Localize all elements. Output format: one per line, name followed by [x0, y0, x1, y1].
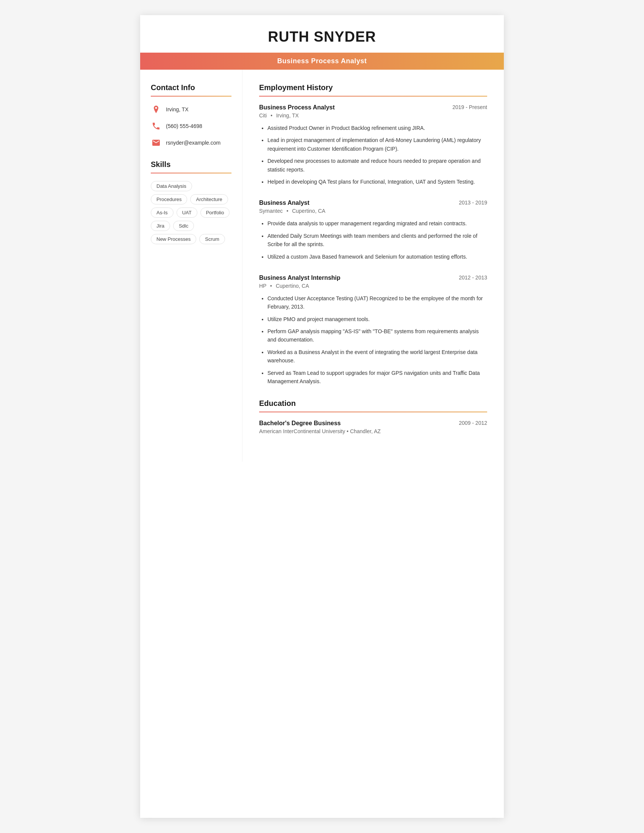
- bullet-item: Served as Team Lead to support upgrades …: [267, 369, 487, 386]
- edu-entry: Bachelor's Degree Business2009 - 2012Ame…: [259, 420, 487, 434]
- separator: •: [270, 113, 272, 119]
- bullet-item: Developed new processes to automate and …: [267, 157, 487, 174]
- jobs-container: Business Process Analyst2019 - PresentCi…: [259, 104, 487, 386]
- job-title: Business Analyst: [259, 199, 309, 206]
- skills-section-title: Skills: [151, 160, 232, 169]
- job-bullets: Conducted User Acceptance Testing (UAT) …: [259, 294, 487, 386]
- bullet-item: Worked as a Business Analyst in the even…: [267, 348, 487, 365]
- job-header: Business Process Analyst2019 - Present: [259, 104, 487, 111]
- job-company: Citi • Irving, TX: [259, 113, 487, 119]
- separator: •: [270, 283, 272, 289]
- resume-container: RUTH SNYDER Business Process Analyst Con…: [140, 15, 504, 818]
- bullet-item: Conducted User Acceptance Testing (UAT) …: [267, 294, 487, 311]
- sidebar: Contact Info Irving, TX (560) 555-4698: [140, 70, 242, 462]
- skill-tag: New Processes: [151, 234, 196, 244]
- separator: •: [287, 208, 288, 214]
- skill-tag: Procedures: [151, 194, 187, 204]
- contact-location: Irving, TX: [151, 104, 232, 115]
- job-entry: Business Analyst Internship2012 - 2013HP…: [259, 275, 487, 386]
- resume-body: Contact Info Irving, TX (560) 555-4698: [140, 70, 504, 462]
- job-header: Business Analyst Internship2012 - 2013: [259, 275, 487, 281]
- edu-header: Bachelor's Degree Business2009 - 2012: [259, 420, 487, 427]
- employment-section: Employment History Business Process Anal…: [259, 83, 487, 386]
- job-entry: Business Analyst2013 - 2019Symantec • Cu…: [259, 199, 487, 261]
- skills-section: Skills Data AnalysisProceduresArchitectu…: [151, 160, 232, 244]
- contact-divider: [151, 96, 232, 96]
- separator: •: [347, 428, 349, 434]
- skills-tags-container: Data AnalysisProceduresArchitectureAs-Is…: [151, 181, 232, 244]
- skill-tag: Architecture: [190, 194, 228, 204]
- job-company: Symantec • Cupertino, CA: [259, 208, 487, 214]
- skill-tag: Portfolio: [200, 207, 230, 218]
- contact-phone: (560) 555-4698: [151, 121, 232, 131]
- job-header: Business Analyst2013 - 2019: [259, 199, 487, 206]
- bullet-item: Provide data analysis to upper managemen…: [267, 219, 487, 228]
- job-title: Business Process Analyst: [259, 104, 335, 111]
- resume-header: RUTH SNYDER: [140, 15, 504, 53]
- job-company: HP • Cupertino, CA: [259, 283, 487, 289]
- skill-tag: As-Is: [151, 207, 174, 218]
- skill-tag: Scrum: [199, 234, 225, 244]
- bullet-item: Utilized a custom Java Based framework a…: [267, 252, 487, 261]
- phone-icon: [151, 121, 161, 131]
- skill-tag: Jira: [151, 221, 170, 231]
- candidate-name: RUTH SNYDER: [155, 29, 489, 45]
- bullet-item: Assisted Product Owner in Product Backlo…: [267, 124, 487, 132]
- skill-tag: Sdlc: [173, 221, 194, 231]
- skill-tag: UAT: [177, 207, 197, 218]
- contact-email-text: rsnyder@example.com: [166, 140, 221, 146]
- employment-divider: [259, 96, 487, 96]
- job-dates: 2019 - Present: [452, 104, 487, 110]
- education-section: Education Bachelor's Degree Business2009…: [259, 399, 487, 434]
- location-icon: [151, 104, 161, 115]
- bullet-item: Attended Daily Scrum Meetings with team …: [267, 232, 487, 249]
- job-title: Business Analyst Internship: [259, 275, 341, 281]
- bullet-item: Utilize PMO and project management tools…: [267, 315, 487, 323]
- edu-school: American InterContinental University • C…: [259, 428, 487, 434]
- education-divider: [259, 412, 487, 412]
- job-dates: 2013 - 2019: [459, 199, 487, 206]
- job-entry: Business Process Analyst2019 - PresentCi…: [259, 104, 487, 186]
- bullet-item: Lead in project management of implementa…: [267, 136, 487, 153]
- job-bullets: Assisted Product Owner in Product Backlo…: [259, 124, 487, 186]
- contact-section-title: Contact Info: [151, 83, 232, 92]
- contact-location-text: Irving, TX: [166, 106, 188, 113]
- skills-divider: [151, 173, 232, 174]
- skill-tag: Data Analysis: [151, 181, 192, 191]
- edu-dates: 2009 - 2012: [459, 420, 487, 426]
- contact-email: rsnyder@example.com: [151, 137, 232, 148]
- education-container: Bachelor's Degree Business2009 - 2012Ame…: [259, 420, 487, 434]
- education-section-title: Education: [259, 399, 487, 408]
- main-content: Employment History Business Process Anal…: [242, 70, 504, 462]
- bullet-item: Helped in developing QA Test plans for F…: [267, 178, 487, 186]
- email-icon: [151, 137, 161, 148]
- job-title-banner: Business Process Analyst: [140, 53, 504, 70]
- bullet-item: Perform GAP analysis mapping "AS-IS" wit…: [267, 327, 487, 344]
- job-dates: 2012 - 2013: [459, 275, 487, 281]
- contact-phone-text: (560) 555-4698: [166, 123, 202, 129]
- job-title-text: Business Process Analyst: [277, 57, 367, 65]
- edu-degree: Bachelor's Degree Business: [259, 420, 341, 427]
- job-bullets: Provide data analysis to upper managemen…: [259, 219, 487, 261]
- employment-section-title: Employment History: [259, 83, 487, 92]
